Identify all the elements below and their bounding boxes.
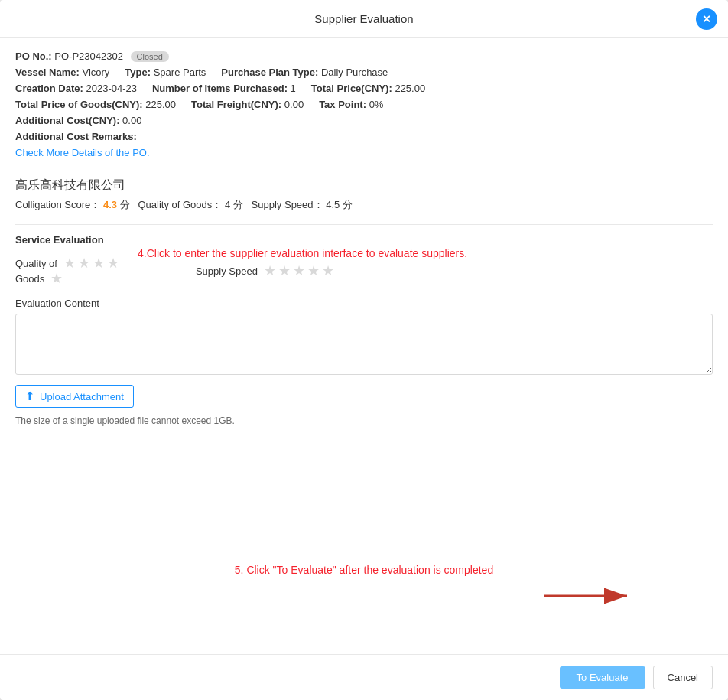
step4-guide-text: 4.Click to enter the supplier evaluation…: [138, 247, 467, 259]
status-badge: Closed: [131, 51, 169, 62]
colligation-score-label: Colligation Score：: [15, 199, 100, 210]
eval-content-textarea[interactable]: [15, 314, 713, 375]
supply-speed-star-3[interactable]: ★: [293, 262, 305, 279]
supply-speed-star-4[interactable]: ★: [307, 262, 320, 279]
additional-cost-field: Additional Cost(CNY): 0.00: [15, 115, 141, 126]
total-price-goods-field: Total Price of Goods(CNY): 225.00: [15, 99, 176, 110]
supply-speed-unit: 分: [343, 199, 353, 210]
supply-speed-star-1[interactable]: ★: [264, 262, 276, 279]
arrow-row: [15, 581, 713, 611]
supply-speed-eval-item: Supply Speed ★ ★ ★ ★ ★: [196, 255, 334, 287]
type-field: Type: Spare Parts: [125, 67, 206, 78]
quality-unit: 分: [233, 199, 243, 210]
quality-of-goods-label: Quality of: [15, 258, 57, 269]
quality-star-5[interactable]: ★: [50, 270, 63, 287]
eval-content-label: Evaluation Content: [15, 298, 713, 309]
total-freight-field: Total Freight(CNY): 0.00: [191, 99, 304, 110]
supply-speed-label: Supply Speed：: [252, 199, 323, 210]
evaluate-button[interactable]: To Evaluate: [560, 666, 645, 689]
score-row: Colligation Score： 4.3 分 Quality of Good…: [15, 198, 713, 212]
arrow-icon: [544, 581, 636, 611]
supply-speed-value: 4.5: [326, 199, 340, 210]
vessel-name-field: Vessel Name: Vicory: [15, 67, 109, 78]
upload-attachment-button[interactable]: ⬆ Upload Attachment: [15, 385, 134, 408]
purchase-plan-type-field: Purchase Plan Type: Daily Purchase: [221, 67, 388, 78]
upload-section: ⬆ Upload Attachment The size of a single…: [15, 377, 713, 426]
po-row-2: Vessel Name: Vicory Type: Spare Parts Pu…: [15, 67, 713, 78]
po-row-3: Creation Date: 2023-04-23 Number of Item…: [15, 83, 713, 94]
close-button[interactable]: ✕: [696, 8, 717, 30]
po-no-field: PO No.: PO-P23042302 Closed: [15, 50, 169, 62]
divider-2: [15, 224, 713, 225]
quality-star-1[interactable]: ★: [63, 255, 76, 272]
supplier-section: 高乐高科技有限公司 Colligation Score： 4.3 分 Quali…: [15, 177, 713, 212]
supplier-name: 高乐高科技有限公司: [15, 177, 713, 194]
modal-footer: To Evaluate Cancel: [0, 654, 728, 700]
divider-1: [15, 168, 713, 168]
service-evaluation-section: Service Evaluation Quality of ★ ★ ★ ★: [15, 234, 713, 426]
modal-title: Supplier Evaluation: [314, 12, 413, 25]
creation-date-field: Creation Date: 2023-04-23: [15, 83, 137, 94]
supply-speed-star-5[interactable]: ★: [322, 262, 334, 279]
step5-guide-text: 5. Click "To Evaluate" after the evaluat…: [15, 564, 713, 576]
po-row-4: Total Price of Goods(CNY): 225.00 Total …: [15, 99, 713, 110]
upload-btn-label: Upload Attachment: [40, 391, 124, 402]
upload-hint: The size of a single uploaded file canno…: [15, 415, 713, 426]
quality-score-value: 4: [225, 199, 230, 210]
eval-content-section: Evaluation Content: [15, 298, 713, 377]
additional-cost-remarks-field: Additional Cost Remarks:: [15, 131, 137, 142]
close-icon: ✕: [702, 13, 711, 25]
po-row-link: Check More Details of the PO.: [15, 147, 713, 158]
po-info-section: PO No.: PO-P23042302 Closed Vessel Name:…: [15, 50, 713, 158]
po-row-1: PO No.: PO-P23042302 Closed: [15, 50, 713, 62]
modal-body: PO No.: PO-P23042302 Closed Vessel Name:…: [0, 38, 728, 654]
quality-star-3[interactable]: ★: [93, 255, 105, 272]
po-row-5: Additional Cost(CNY): 0.00: [15, 115, 713, 126]
quality-of-goods-label2: Goods: [15, 273, 44, 285]
tax-point-field: Tax Point: 0%: [319, 99, 383, 110]
check-details-link[interactable]: Check More Details of the PO.: [15, 147, 150, 158]
quality-eval-item: Quality of ★ ★ ★ ★ Goods ★: [15, 255, 119, 287]
colligation-score-value: 4.3: [103, 199, 117, 210]
colligation-unit: 分: [120, 199, 130, 210]
supply-speed-star-2[interactable]: ★: [278, 262, 291, 279]
supplier-evaluation-modal: Supplier Evaluation ✕ PO No.: PO-P230423…: [0, 0, 728, 700]
step5-guide-section: 5. Click "To Evaluate" after the evaluat…: [15, 564, 713, 611]
supply-speed-stars[interactable]: ★ ★ ★ ★ ★: [264, 262, 334, 279]
upload-icon: ⬆: [25, 389, 35, 403]
num-items-field: Number of Items Purchased: 1: [152, 83, 296, 94]
quality-score-label: Quality of Goods：: [138, 199, 222, 210]
quality-star-4[interactable]: ★: [107, 255, 119, 272]
quality-stars[interactable]: ★ ★ ★ ★: [63, 255, 119, 272]
total-price-field: Total Price(CNY): 225.00: [311, 83, 425, 94]
supply-speed-eval-label: Supply Speed: [196, 265, 258, 277]
quality-star-2[interactable]: ★: [78, 255, 90, 272]
cancel-button[interactable]: Cancel: [653, 666, 713, 689]
modal-header: Supplier Evaluation ✕: [0, 0, 728, 38]
service-eval-title: Service Evaluation: [15, 234, 713, 246]
po-row-6: Additional Cost Remarks:: [15, 131, 713, 142]
